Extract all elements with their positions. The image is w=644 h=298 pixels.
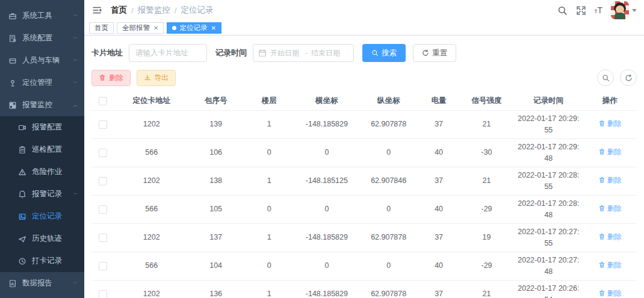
breadcrumb-separator: / xyxy=(175,6,177,15)
row-checkbox[interactable] xyxy=(99,120,107,129)
tab-label: 首页 xyxy=(94,23,108,33)
sidebar-item-system-config[interactable]: 系统配置﹀ xyxy=(0,27,84,49)
table-row: 56610400040-292022-01-17 20:27:48删除 xyxy=(91,252,637,280)
row-delete-button[interactable]: 删除 xyxy=(598,231,622,242)
cell-package_no: 106 xyxy=(188,138,244,167)
row-checkbox[interactable] xyxy=(99,262,107,270)
user-avatar xyxy=(611,1,629,19)
table-row: 12021371-148.18582962.90787837192022-01-… xyxy=(91,223,637,252)
start-date-input[interactable] xyxy=(270,49,302,57)
cell-floor: 1 xyxy=(243,223,295,252)
cell-battery: 37 xyxy=(419,167,459,195)
row-delete-label: 删除 xyxy=(607,203,622,214)
row-checkbox[interactable] xyxy=(99,290,107,298)
active-dot xyxy=(172,26,176,30)
sidebar-submenu: 报警配置巡检配置危险作业报警记录﹀定位记录历史轨迹打卡记录 xyxy=(0,116,84,272)
col-header-record-time: 记录时间 xyxy=(514,92,583,110)
tab-all-alarms[interactable]: 全部报警 ✕ xyxy=(117,22,164,34)
header-search-icon[interactable] xyxy=(557,5,568,16)
col-header-floor: 楼层 xyxy=(243,92,295,110)
tab-location-records[interactable]: 定位记录 ✕ xyxy=(167,22,221,34)
sidebar-item-label: 系统配置 xyxy=(22,33,73,43)
fullscreen-icon[interactable] xyxy=(576,5,586,16)
table-toolbar-right xyxy=(597,69,637,86)
cell-floor: 1 xyxy=(243,280,295,298)
cell-x: 0 xyxy=(295,252,359,280)
sidebar-item-data-report[interactable]: 数据报告﹀ xyxy=(0,272,84,294)
sidebar-item-danger-work[interactable]: 危险作业 xyxy=(0,161,84,183)
chevron-up-icon: ︿ xyxy=(73,102,78,109)
sidebar-item-label: 定位记录 xyxy=(32,211,78,222)
search-icon xyxy=(371,49,379,57)
row-checkbox[interactable] xyxy=(99,149,107,157)
row-checkbox[interactable] xyxy=(99,234,107,242)
row-delete-button[interactable]: 删除 xyxy=(598,118,622,129)
row-checkbox[interactable] xyxy=(99,205,107,214)
cell-record_time: 2022-01-17 20:29:55 xyxy=(514,110,583,138)
table-row: 12021391-148.18582962.90787837212022-01-… xyxy=(91,110,637,138)
user-menu[interactable] xyxy=(611,1,637,19)
font-size-icon[interactable]: тT xyxy=(595,6,602,14)
cell-signal: -30 xyxy=(459,138,515,167)
row-delete-button[interactable]: 删除 xyxy=(598,175,622,185)
cell-package_no: 139 xyxy=(188,110,244,138)
cell-floor: 1 xyxy=(243,167,295,195)
sidebar-item-personnel-vehicle[interactable]: 人员与车辆﹀ xyxy=(0,49,84,72)
refresh-icon xyxy=(422,49,429,57)
cell-x: 0 xyxy=(295,138,359,167)
select-all-checkbox[interactable] xyxy=(99,97,107,105)
end-date-input[interactable] xyxy=(311,49,342,57)
row-delete-button[interactable]: 删除 xyxy=(598,259,622,270)
sidebar-item-label: 定位管理 xyxy=(22,78,73,88)
sidebar-menu: 系统工具﹀系统配置﹀人员与车辆﹀定位管理﹀报警监控︿报警配置巡检配置危险作业报警… xyxy=(0,5,84,294)
sidebar-item-toolbox[interactable]: 系统工具﹀ xyxy=(0,5,84,27)
export-button-label: 导出 xyxy=(154,73,169,83)
trash-icon xyxy=(598,233,605,240)
close-icon[interactable]: ✕ xyxy=(153,25,158,31)
content: 卡片地址 记录时间 - 搜索 xyxy=(84,36,644,298)
sidebar-item-location-manage[interactable]: 定位管理﹀ xyxy=(0,72,84,94)
tab-home[interactable]: 首页 xyxy=(89,22,114,34)
card-address-input[interactable] xyxy=(129,44,207,62)
table-search-toggle-button[interactable] xyxy=(597,69,614,86)
row-delete-button[interactable]: 删除 xyxy=(598,288,622,298)
cell-package_no: 105 xyxy=(188,195,244,223)
sidebar-item-alarm-monitor[interactable]: 报警监控︿ xyxy=(0,94,84,116)
record-time-range-picker[interactable]: - xyxy=(253,44,354,62)
export-button[interactable]: 导出 xyxy=(137,70,176,86)
search-button[interactable]: 搜索 xyxy=(362,44,406,62)
alarm-record-icon xyxy=(18,190,26,199)
sidebar: 系统工具﹀系统配置﹀人员与车辆﹀定位管理﹀报警监控︿报警配置巡检配置危险作业报警… xyxy=(0,0,84,298)
sidebar-item-alarm-record[interactable]: 报警记录﹀ xyxy=(0,183,84,205)
breadcrumb: 首页 / 报警监控 / 定位记录 xyxy=(111,5,214,16)
row-checkbox[interactable] xyxy=(99,177,107,185)
sidebar-item-label: 巡检配置 xyxy=(32,144,78,155)
table-refresh-button[interactable] xyxy=(620,69,637,86)
cell-x: -148.185829 xyxy=(295,280,359,298)
download-icon xyxy=(144,74,151,81)
sidebar-item-label: 人员与车辆 xyxy=(22,55,73,66)
close-icon[interactable]: ✕ xyxy=(211,25,215,31)
breadcrumb-home[interactable]: 首页 xyxy=(111,5,127,16)
navbar: 首页 / 报警监控 / 定位记录 тT xyxy=(84,0,644,20)
row-delete-button[interactable]: 删除 xyxy=(598,203,622,214)
sidebar-item-label: 报警配置 xyxy=(32,122,78,132)
reset-button[interactable]: 重置 xyxy=(413,44,456,62)
delete-button[interactable]: 删除 xyxy=(91,70,131,86)
records-table: 定位卡地址 包序号 楼层 横坐标 纵坐标 电量 信号强度 记录时间 操作 120… xyxy=(91,92,637,298)
sidebar-item-location-record[interactable]: 定位记录 xyxy=(0,205,84,228)
sidebar-item-clock-in[interactable]: 打卡记录 xyxy=(0,250,84,272)
cell-record_time: 2022-01-17 20:27:48 xyxy=(514,252,583,280)
hamburger-icon[interactable] xyxy=(91,5,102,15)
sidebar-item-patrol-config[interactable]: 巡检配置 xyxy=(0,138,84,161)
sidebar-item-alarm-config[interactable]: 报警配置 xyxy=(0,116,84,138)
chevron-down-icon: ﹀ xyxy=(73,35,78,42)
col-header-signal: 信号强度 xyxy=(459,92,515,110)
alarm-monitor-icon xyxy=(8,101,17,110)
sidebar-item-history-track[interactable]: 历史轨迹 xyxy=(0,228,84,250)
cell-signal: 21 xyxy=(459,280,515,298)
cell-floor: 0 xyxy=(243,252,295,280)
chevron-down-icon: ﹀ xyxy=(73,13,78,20)
breadcrumb-level2: 定位记录 xyxy=(181,5,214,16)
row-delete-button[interactable]: 删除 xyxy=(598,146,622,157)
